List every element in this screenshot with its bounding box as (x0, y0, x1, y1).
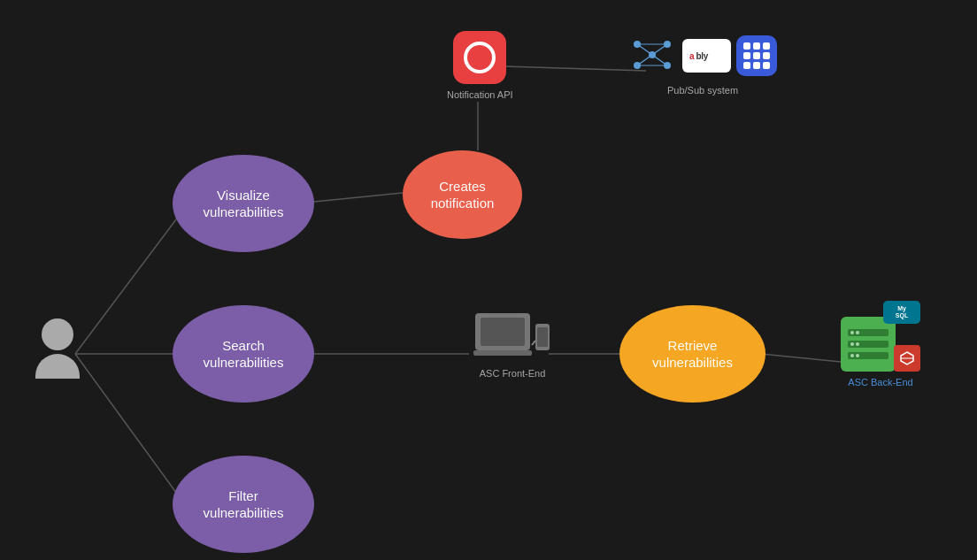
diagram: Visualize vulnerabilities Search vulnera… (0, 0, 977, 560)
svg-text:a: a (689, 50, 695, 60)
pubsub-label: Pub/Sub system (667, 85, 738, 96)
svg-line-15 (652, 44, 667, 55)
dots-network-icon (628, 31, 677, 80)
search-label: Search vulnerabilities (204, 337, 284, 372)
search-node: Search vulnerabilities (173, 305, 314, 403)
svg-line-3 (314, 193, 403, 202)
grid-icon (736, 35, 777, 76)
svg-line-2 (75, 354, 181, 500)
asc-backend-box: MySQL (841, 301, 920, 387)
server-icon (841, 317, 896, 372)
mysql-icon: MySQL (883, 301, 920, 324)
creates-notification-node: Creates notification (403, 150, 522, 239)
svg-line-8 (761, 354, 850, 363)
visualize-node: Visualize vulnerabilities (173, 155, 314, 252)
svg-rect-24 (481, 318, 525, 346)
visualize-label: Visualize vulnerabilities (204, 187, 284, 221)
notification-api-icon (453, 31, 506, 84)
user-icon (35, 318, 80, 379)
ably-logo-icon: a bly (682, 39, 731, 73)
notification-api-label: Notification API (447, 89, 513, 100)
retrieve-label: Retrieve vulnerabilities (652, 337, 733, 372)
filter-node: Filter vulnerabilities (173, 456, 314, 553)
asc-frontend-label: ASC Front-End (480, 368, 546, 379)
notification-api-box: Notification API (447, 31, 513, 100)
svg-line-17 (652, 55, 667, 65)
svg-rect-27 (537, 327, 548, 347)
svg-line-5 (504, 66, 646, 71)
svg-line-28 (532, 341, 535, 345)
user-body (35, 354, 80, 379)
creates-notification-label: Creates notification (431, 178, 495, 212)
filter-label: Filter vulnerabilities (204, 487, 284, 522)
asc-frontend-box: ASC Front-End (473, 310, 551, 379)
svg-line-14 (637, 44, 652, 55)
asc-backend-label: ASC Back-End (848, 377, 912, 387)
svg-line-16 (637, 55, 652, 65)
svg-rect-25 (473, 350, 532, 356)
svg-line-0 (75, 212, 181, 354)
backend-icons: MySQL (841, 301, 920, 372)
retrieve-node: Retrieve vulnerabilities (619, 305, 765, 403)
redis-icon (894, 345, 920, 372)
svg-text:bly: bly (696, 50, 708, 60)
pubsub-box: a bly Pub/Sub system (628, 31, 777, 96)
user-head (42, 318, 73, 350)
asc-frontend-icon (473, 310, 551, 363)
